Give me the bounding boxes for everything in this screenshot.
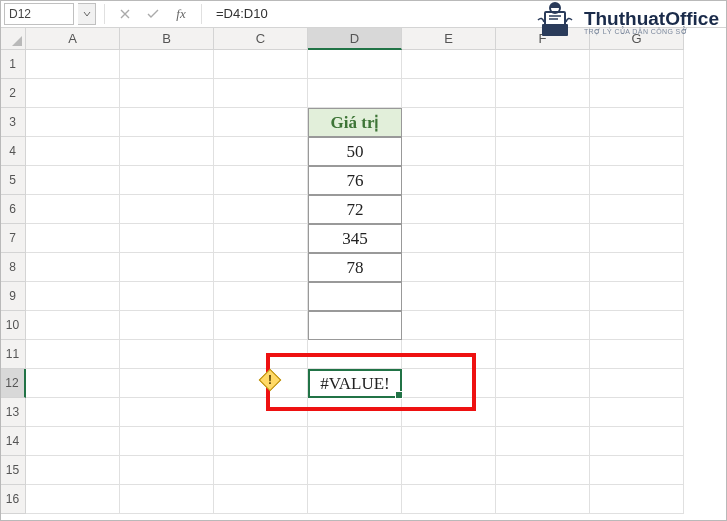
row-header-3[interactable]: 3 [0, 108, 26, 137]
column-header-B[interactable]: B [120, 28, 214, 50]
cell-A5[interactable] [26, 166, 120, 195]
cell-E11[interactable] [402, 340, 496, 369]
cell-B1[interactable] [120, 50, 214, 79]
cell-G5[interactable] [590, 166, 684, 195]
cell-A2[interactable] [26, 79, 120, 108]
cell-C2[interactable] [214, 79, 308, 108]
error-smart-tag[interactable]: ! [259, 369, 281, 391]
cell-G16[interactable] [590, 485, 684, 514]
cell-G11[interactable] [590, 340, 684, 369]
cell-F15[interactable] [496, 456, 590, 485]
cell-G9[interactable] [590, 282, 684, 311]
row-header-5[interactable]: 5 [0, 166, 26, 195]
cancel-formula-button[interactable] [113, 3, 137, 25]
cell-F16[interactable] [496, 485, 590, 514]
row-header-12[interactable]: 12 [0, 369, 26, 398]
cell-C8[interactable] [214, 253, 308, 282]
cell-D9[interactable] [308, 282, 402, 311]
row-header-2[interactable]: 2 [0, 79, 26, 108]
cell-B5[interactable] [120, 166, 214, 195]
cell-G7[interactable] [590, 224, 684, 253]
cell-F11[interactable] [496, 340, 590, 369]
cell-E8[interactable] [402, 253, 496, 282]
cell-A15[interactable] [26, 456, 120, 485]
cell-E10[interactable] [402, 311, 496, 340]
cell-D8[interactable]: 78 [308, 253, 402, 282]
cell-C10[interactable] [214, 311, 308, 340]
cell-D7[interactable]: 345 [308, 224, 402, 253]
cell-A13[interactable] [26, 398, 120, 427]
cell-F1[interactable] [496, 50, 590, 79]
cell-G1[interactable] [590, 50, 684, 79]
cell-C5[interactable] [214, 166, 308, 195]
row-header-14[interactable]: 14 [0, 427, 26, 456]
cell-A3[interactable] [26, 108, 120, 137]
cell-A6[interactable] [26, 195, 120, 224]
cell-E5[interactable] [402, 166, 496, 195]
cell-D3[interactable]: Giá trị [308, 108, 402, 137]
enter-formula-button[interactable] [141, 3, 165, 25]
cell-A16[interactable] [26, 485, 120, 514]
cell-G4[interactable] [590, 137, 684, 166]
cell-F13[interactable] [496, 398, 590, 427]
cell-B6[interactable] [120, 195, 214, 224]
cell-D16[interactable] [308, 485, 402, 514]
cell-E2[interactable] [402, 79, 496, 108]
row-header-1[interactable]: 1 [0, 50, 26, 79]
cell-G2[interactable] [590, 79, 684, 108]
name-box[interactable]: D12 [4, 3, 74, 25]
column-header-C[interactable]: C [214, 28, 308, 50]
row-header-13[interactable]: 13 [0, 398, 26, 427]
row-header-15[interactable]: 15 [0, 456, 26, 485]
cell-E9[interactable] [402, 282, 496, 311]
cell-B7[interactable] [120, 224, 214, 253]
cell-B13[interactable] [120, 398, 214, 427]
cell-D1[interactable] [308, 50, 402, 79]
cell-A10[interactable] [26, 311, 120, 340]
row-header-16[interactable]: 16 [0, 485, 26, 514]
cell-F4[interactable] [496, 137, 590, 166]
cell-A11[interactable] [26, 340, 120, 369]
cell-F3[interactable] [496, 108, 590, 137]
cell-G6[interactable] [590, 195, 684, 224]
cell-A14[interactable] [26, 427, 120, 456]
cell-G8[interactable] [590, 253, 684, 282]
row-header-11[interactable]: 11 [0, 340, 26, 369]
name-box-dropdown[interactable] [78, 3, 96, 25]
cell-B3[interactable] [120, 108, 214, 137]
cell-E3[interactable] [402, 108, 496, 137]
row-header-10[interactable]: 10 [0, 311, 26, 340]
cell-F7[interactable] [496, 224, 590, 253]
cell-E14[interactable] [402, 427, 496, 456]
cell-D11[interactable] [308, 340, 402, 369]
cell-A8[interactable] [26, 253, 120, 282]
cell-B10[interactable] [120, 311, 214, 340]
column-header-D[interactable]: D [308, 28, 402, 50]
cell-B4[interactable] [120, 137, 214, 166]
cell-D14[interactable] [308, 427, 402, 456]
row-header-6[interactable]: 6 [0, 195, 26, 224]
cell-E13[interactable] [402, 398, 496, 427]
cell-E7[interactable] [402, 224, 496, 253]
cell-B9[interactable] [120, 282, 214, 311]
cell-G12[interactable] [590, 369, 684, 398]
cell-D15[interactable] [308, 456, 402, 485]
cell-G10[interactable] [590, 311, 684, 340]
cell-D5[interactable]: 76 [308, 166, 402, 195]
cell-F5[interactable] [496, 166, 590, 195]
cell-C13[interactable] [214, 398, 308, 427]
cell-B14[interactable] [120, 427, 214, 456]
cell-F14[interactable] [496, 427, 590, 456]
cell-A9[interactable] [26, 282, 120, 311]
cell-F8[interactable] [496, 253, 590, 282]
cell-C7[interactable] [214, 224, 308, 253]
cell-B2[interactable] [120, 79, 214, 108]
cell-B11[interactable] [120, 340, 214, 369]
cell-C16[interactable] [214, 485, 308, 514]
cell-B12[interactable] [120, 369, 214, 398]
cell-D2[interactable] [308, 79, 402, 108]
cell-G15[interactable] [590, 456, 684, 485]
cell-F10[interactable] [496, 311, 590, 340]
row-header-9[interactable]: 9 [0, 282, 26, 311]
cell-E12[interactable] [402, 369, 496, 398]
